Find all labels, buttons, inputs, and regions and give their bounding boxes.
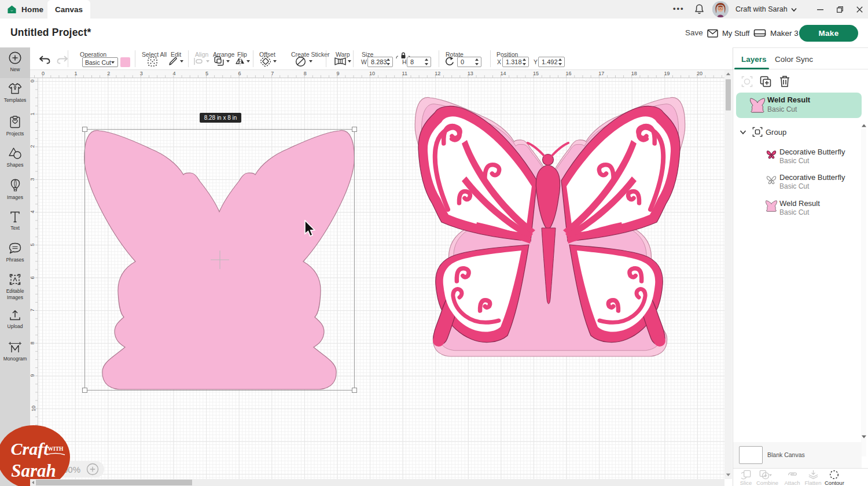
- svg-text:Sarah: Sarah: [11, 461, 56, 481]
- svg-text:Craft: Craft: [10, 439, 49, 458]
- svg-text:WITH: WITH: [48, 446, 64, 452]
